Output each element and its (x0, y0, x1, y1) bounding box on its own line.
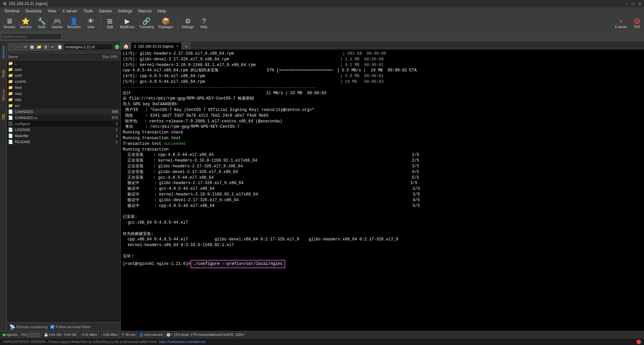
toolbar-packages[interactable]: 📦 Packages (157, 17, 175, 30)
menu-settings[interactable]: Settings (115, 8, 135, 14)
toolbar-games[interactable]: 🎮 Games (50, 17, 64, 30)
upload-icon: ↑ (80, 333, 82, 337)
file-item-html[interactable]: 📁 html (7, 84, 120, 91)
file-item-objs[interactable]: 📁 objs (7, 97, 120, 103)
tunneling-icon: 🔗 (142, 18, 151, 24)
toolbar-servers[interactable]: ⭐ Servers (18, 17, 34, 30)
memory-label: 0.84 GB / 3.84 GB (49, 333, 76, 337)
file-item-dotdot[interactable]: 📁 .. (7, 60, 120, 66)
toolbar-separator-1 (100, 17, 101, 30)
file-item-changes[interactable]: 📄 CHANGES 309 (7, 109, 120, 115)
sidebar-item-tools[interactable]: Tools (1, 64, 6, 84)
menu-sessions[interactable]: Sessions (22, 8, 44, 14)
menu-terminal[interactable]: Terminal (1, 8, 22, 14)
term-line-3: (3/5): kernel-headers-3.10.0-1160.92.1.e… (123, 62, 642, 68)
fp-delete-button[interactable]: 🗑 (43, 43, 49, 51)
quick-connect-input[interactable] (1, 33, 62, 40)
column-size-header: Size (KB) (99, 55, 119, 59)
tab-active[interactable]: 2. 192.168.10.31 [nginx] ✕ (131, 42, 182, 50)
exit-label: Exit (634, 25, 640, 28)
menu-games[interactable]: Games (96, 8, 115, 14)
file-name-changes-ru: CHANGES.ru (15, 116, 99, 120)
file-name-license: LICENSE (15, 128, 99, 132)
main-layout: Sessions Tools Macros Sftp ↑ ← ↺ 🏠 📁 🗑 ✏… (0, 41, 644, 331)
file-item-auto[interactable]: 📁 auto (7, 66, 120, 72)
maximize-button[interactable]: □ (632, 2, 634, 6)
file-item-changes-ru[interactable]: 📄 CHANGES.ru 472 (7, 115, 120, 121)
toolbar-sessions[interactable]: 👤 Sessions (65, 17, 83, 30)
fp-up-button[interactable]: ↑ (8, 43, 14, 51)
file-name-configure: configure (15, 122, 99, 126)
term-line-21: 正在安装 : glibc-headers-2.17-326.el7_9.x86_… (123, 164, 642, 169)
term-line-2: (2/5): glibc-devel-2.17-326.el7_9.x86_64… (123, 57, 642, 62)
term-line-13: 软件包 : centos-release-7-9.2009.1.el7.cent… (123, 119, 642, 124)
command-input-box[interactable]: ./configure --prefix=/usr/local/nginx (191, 260, 285, 268)
toolbar-right: ✕ X server ⏻ Exit (612, 17, 643, 30)
toolbar-session[interactable]: 🖥 Session (1, 17, 17, 30)
term-line-16: Running transaction test (123, 135, 642, 141)
toolbar-view[interactable]: 👁 View (84, 17, 98, 30)
term-line-15: Running transaction check (123, 130, 642, 135)
term-line-36 (123, 248, 642, 254)
title-bar-controls: ─ □ ✕ (626, 2, 641, 6)
sidebar-item-sftp[interactable]: Sftp (1, 107, 6, 127)
new-tab-button[interactable]: + (182, 42, 190, 50)
toolbar-help[interactable]: ? Help (197, 17, 211, 30)
file-item-readme[interactable]: 📄 README 1 (7, 139, 120, 145)
settings-icon: ⚙ (185, 18, 191, 24)
file-item-configure[interactable]: ⬛ configure 2 (7, 121, 120, 127)
toolbar-split[interactable]: ⊞ Split (103, 17, 117, 30)
toolbar-settings[interactable]: ⚙ Settings (180, 17, 196, 30)
fp-copy-button[interactable]: 📋 (57, 43, 63, 51)
menu-view[interactable]: View (45, 8, 59, 14)
fp-rename-button[interactable]: ✏ (50, 43, 56, 51)
file-item-man[interactable]: 📁 man (7, 91, 120, 97)
title-bar-left: 🖥 192.168.10.31 [nginx] (3, 1, 47, 6)
fp-refresh-button[interactable]: ↺ (22, 43, 28, 51)
menu-macros[interactable]: Macros (136, 8, 154, 14)
toolbar-multiexec[interactable]: ▶ MultiExec (118, 17, 137, 30)
remote-monitoring-item[interactable]: 📡 Remote monitoring (9, 324, 48, 330)
exit-button[interactable]: ⏻ Exit (631, 17, 643, 30)
toolbar-tools[interactable]: 🔧 Tools (34, 17, 49, 30)
terminal-content[interactable]: (1/5): glibc-headers-2.17-326.el7_9.x86_… (121, 50, 644, 331)
sessions-icon: 👤 (70, 18, 78, 24)
progress-percent: 0% (21, 333, 26, 337)
minimize-button[interactable]: ─ (626, 2, 628, 6)
file-item-conf[interactable]: 📁 conf (7, 72, 120, 78)
term-line-9: 从 file:///etc/pki/rpm-gpg/RPM-GPG-KEY-Ce… (123, 96, 642, 102)
memory-icon: 💾 (44, 333, 48, 337)
term-line-8: 总计 11 MB/s | 33 MB 00:00:03 (123, 91, 642, 96)
follow-terminal-item[interactable]: Follow terminal folder (50, 325, 91, 329)
file-icon-makefile: 📄 (8, 133, 13, 138)
mobatek-link[interactable]: https://mobaxterm.mobatek.net (159, 340, 205, 344)
term-line-31: gcc.x86_64 0:4.8.5-44.el7 (123, 220, 642, 226)
tab-close-button[interactable]: ✕ (176, 44, 179, 48)
file-path-input[interactable] (63, 44, 113, 50)
session-icon: 🖥 (6, 18, 13, 24)
file-item-license[interactable]: 📄 LICENSE 1 (7, 127, 120, 133)
term-line-6: (5/5): gcc-4.8.5-44.el7.x86_64.rpm | 16 … (123, 79, 642, 85)
disk-icon: 💿 (166, 333, 170, 337)
disk-boot-label: /boot: 17% (181, 333, 197, 337)
tools-label: Tools (38, 25, 45, 29)
file-item-src[interactable]: 📁 src (7, 103, 120, 109)
sidebar-item-sessions[interactable]: Sessions (1, 42, 6, 62)
tab-home-button[interactable]: 🏠 (121, 42, 130, 50)
xserver-button[interactable]: ✕ X server (612, 17, 630, 30)
fp-new-folder-button[interactable]: 📁 (36, 43, 42, 51)
follow-terminal-checkbox[interactable] (50, 325, 54, 329)
file-item-contrib[interactable]: 📁 contrib (7, 78, 120, 84)
toolbar-tunneling[interactable]: 🔗 Tunneling (137, 17, 156, 30)
fp-home-button[interactable]: 🏠 (29, 43, 35, 51)
sidebar-item-macros[interactable]: Macros (1, 85, 6, 105)
menu-xserver[interactable]: X server (60, 8, 80, 14)
file-item-makefile[interactable]: 📄 Makefile 1 (7, 133, 120, 139)
menu-help[interactable]: Help (155, 8, 169, 14)
quick-connect-bar (0, 32, 644, 41)
close-button[interactable]: ✕ (638, 2, 641, 6)
file-name-auto: auto (15, 67, 99, 71)
file-name-dotdot: .. (15, 61, 99, 65)
fp-back-button[interactable]: ← (15, 43, 21, 51)
menu-tools[interactable]: Tools (81, 8, 96, 14)
